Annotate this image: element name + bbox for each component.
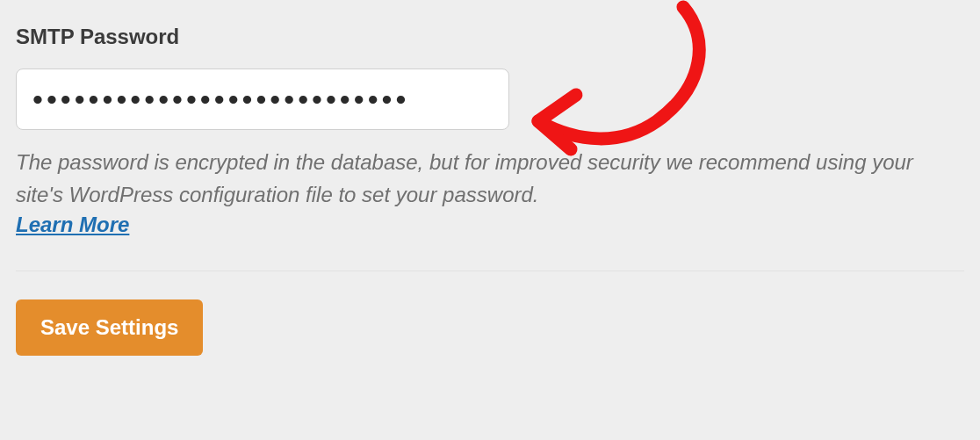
smtp-password-helper-text: The password is encrypted in the databas…: [16, 146, 964, 211]
smtp-password-input[interactable]: [16, 69, 509, 130]
section-divider: [16, 270, 964, 271]
smtp-password-label: SMTP Password: [16, 25, 964, 49]
learn-more-link[interactable]: Learn More: [16, 213, 129, 237]
save-settings-button[interactable]: Save Settings: [16, 299, 203, 356]
